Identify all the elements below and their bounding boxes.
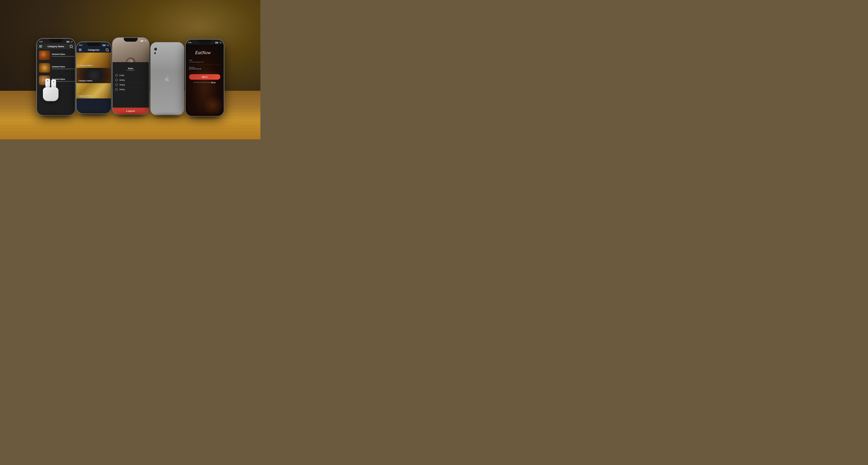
cat-card-2[interactable]: Category Name [76,68,111,83]
wifi-icon: ≈ [144,40,145,42]
wifi-icon: ≈ [219,42,220,43]
signup-text: Don't have an account ? please Sign Up [193,82,215,83]
sign-in-label: Sign In [202,76,208,78]
login-background: EatNow email asemsafan@gmail.com Passwor… [186,44,224,116]
cat-label-2: Category Name [79,80,93,82]
profile-name: Name [128,67,133,69]
profile-section: Name email@gmail [113,62,149,72]
phone2-notch [87,42,101,46]
battery-icon: ▮ [107,44,108,46]
airpod-left [45,79,50,88]
search-icon[interactable] [70,45,72,48]
menu-item-profile[interactable]: Profile [115,73,146,78]
no-account-text: Don't have an account ? please [193,82,211,83]
svg-point-0 [129,60,133,62]
signal-icon: ▌▌▌ [141,40,144,42]
food-name-2: Sandwich Name [52,66,75,68]
password-dots[interactable] [189,68,201,69]
app-logo: EatNow [194,49,215,57]
phone1-status-icons: ▌▌▌ ≈ ▮ [67,41,72,42]
food-image-1 [39,51,50,60]
battery-icon: ▮ [71,41,72,42]
menu-label-setting1: Setting [119,79,125,81]
phone1: 9:41 ▌▌▌ ≈ ▮ Category Name [37,39,75,115]
phone3-shadow [116,113,145,117]
phone2-time: 9:41 [79,44,82,46]
phone2: 9:41 ▌▌▌ ≈ ▮ Categories [76,42,111,113]
phone1-wrapper: 9:41 ▌▌▌ ≈ ▮ Category Name [37,39,75,115]
camera-lens-secondary [154,52,156,54]
menu-label-setting3: Setting [119,89,125,90]
menu-item-setting3[interactable]: Setting [115,87,146,92]
cat-card-1[interactable]: Category Name [76,53,111,68]
menu-label-setting2: Setting [119,84,125,86]
phone3-wrapper: ▌▌▌ ≈ ▮ [113,38,149,114]
hamburger-icon-2[interactable] [79,49,82,51]
phone4-body [150,42,184,115]
phone5-wrapper: 9:41 ▌▌▌ ≈ ▮ EatNow [186,39,224,116]
signal-icon: ▌▌▌ [67,41,70,42]
profile-menu: Profile Setting Setting Setting [113,72,149,93]
scene: 9:41 ▌▌▌ ≈ ▮ Category Name [0,0,260,140]
cat-card-3[interactable]: Category Name [76,83,111,98]
email-label: email [189,59,192,61]
search-icon-2[interactable] [106,49,108,51]
menu-dot-profile [115,74,118,76]
phone2-title: Categories [88,49,99,51]
phone2-screen: Categories Category Name Category Name C… [76,47,111,113]
email-value[interactable]: asemsafan@gmail.com [189,61,204,63]
menu-item-setting1[interactable]: Setting [115,78,146,83]
sign-in-button[interactable]: Sign In [189,74,220,80]
menu-label-profile: Profile [119,74,124,76]
phone4-shadow [154,114,181,118]
sign-up-link[interactable]: Sign Up [211,82,215,83]
food-info-2: Sandwich Name descriptiondescriptiondesc… [52,66,75,70]
app-name-svg: EatNow [194,49,215,56]
menu-dot-setting3 [115,88,118,91]
phone1-time: 9:41 [39,41,43,42]
phone1-header: Category Name [37,43,75,49]
phone5-notch [198,39,212,43]
food-image-2 [39,63,50,72]
phone2-header: Categories [76,47,111,53]
password-label: Password [189,66,195,68]
wifi-icon: ≈ [106,44,107,46]
phone5-time: 9:41 [188,42,191,43]
profile-email: email@gmail [127,69,134,71]
menu-dot-setting1 [115,79,118,81]
airpods-case [43,87,59,101]
phone-back-logo [164,75,170,82]
camera-module [154,48,157,54]
phone3-status-icons: ▌▌▌ ≈ ▮ [141,40,146,42]
phone3-screen: Name email@gmail Profile Setting [113,38,149,114]
svg-text:EatNow: EatNow [195,50,211,55]
phone3: ▌▌▌ ≈ ▮ [113,38,149,114]
wifi-icon: ≈ [70,41,71,42]
phone5-status-icons: ▌▌▌ ≈ ▮ [215,42,221,43]
phone1-screen: Category Name Sandwich Name descriptiond… [37,43,75,115]
camera-lens-main [154,48,157,51]
phone2-wrapper: 9:41 ▌▌▌ ≈ ▮ Categories [76,42,111,113]
food-desc-2: descriptiondescriptiondescriptiondescrip… [52,68,75,70]
menu-item-setting2[interactable]: Setting [115,83,146,87]
phone2-shadow [80,113,107,116]
hamburger-icon[interactable] [39,45,42,48]
cat-label-3: Category Name [79,95,93,97]
food-name-1: Sandwich Name [52,53,75,55]
phone1-title: Category Name [48,45,64,48]
airpods [43,87,59,101]
food-item-2[interactable]: Sandwich Name descriptiondescriptiondesc… [37,62,75,74]
cat-label-1: Category Name [79,64,93,66]
phone4-back [150,42,184,115]
food-info-1: Sandwich Name descriptiondescriptiondesc… [52,53,75,57]
phone1-notch [49,39,63,42]
signal-icon: ▌▌▌ [215,42,218,43]
logout-label: Logout [126,110,135,112]
battery-icon: ▮ [146,40,146,42]
phone5-screen: EatNow email asemsafan@gmail.com Passwor… [186,44,224,116]
battery-icon: ▮ [220,42,221,43]
phone1-shadow [41,114,71,118]
password-divider [189,72,220,72]
food-item-1[interactable]: Sandwich Name descriptiondescriptiondesc… [37,49,75,62]
menu-dot-setting2 [115,84,118,86]
